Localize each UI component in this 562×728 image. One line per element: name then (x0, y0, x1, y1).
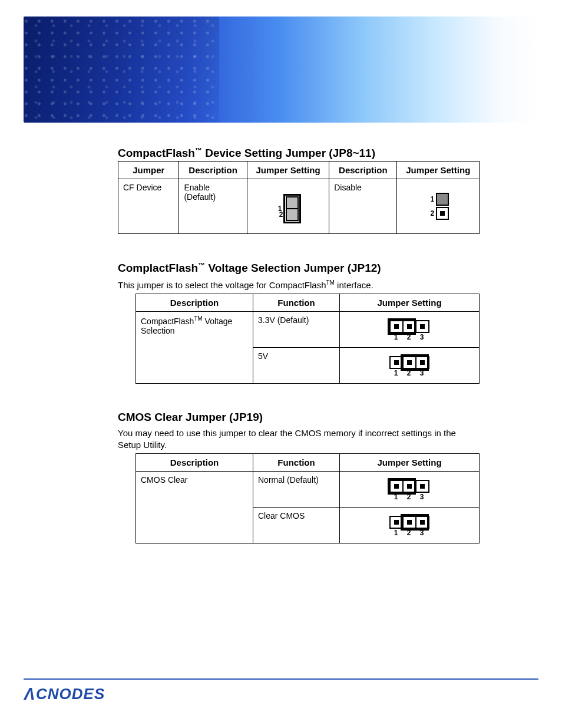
tm-symbol: ™ (198, 261, 205, 269)
section1-title-a: CompactFlash (118, 147, 195, 159)
table-row: CF Device Enable (Default) 1 (118, 179, 480, 234)
col-js1: Jumper Setting (247, 162, 329, 179)
col-desc2: Description (329, 162, 397, 179)
section2-intro: This jumper is to select the voltage for… (118, 279, 480, 291)
table-header-row: Jumper Description Jumper Setting Descri… (118, 162, 480, 179)
pin-label-3: 3 (415, 493, 428, 501)
col-desc1: Description (179, 162, 247, 179)
footer-rule (24, 678, 538, 680)
footer: ΛCNODES (24, 678, 538, 703)
intro-text-b: interface. (335, 280, 373, 290)
section3-title: CMOS Clear Jumper (JP19) (118, 411, 480, 424)
section1-title-b: Device Setting Jumper (JP8~11) (202, 147, 375, 159)
pin-label-3: 3 (415, 333, 428, 341)
col-desc: Description (136, 454, 253, 472)
section2-title: ComplactFlash™ Voltage Selection Jumper … (118, 261, 480, 275)
table-header-row: Description Function Jumper Setting (136, 454, 480, 472)
table-row: CompactFlashTM Voltage Selection 3.3V (D… (136, 311, 480, 347)
pin-label-3: 3 (415, 369, 428, 377)
pin-label-2: 2 (402, 333, 415, 341)
cell-js-33v: 123 (340, 311, 480, 347)
table-header-row: Description Function Jumper Setting (136, 294, 480, 311)
pin-label-1: 1 (427, 195, 434, 203)
cell-js-5v: 123 (340, 347, 480, 383)
col-desc: Description (136, 294, 253, 311)
pin-label-2: 2 (402, 529, 415, 537)
col-jumper: Jumper (118, 162, 179, 179)
brand-logo: ΛCNODES (24, 683, 538, 703)
jumper-diagram-5v: 123 (389, 356, 429, 377)
col-js: Jumper Setting (340, 454, 480, 472)
cell-func: 3.3V (Default) (253, 311, 340, 347)
jumper-diagram-disable: 1 2 (427, 193, 449, 220)
section1-title: CompactFlash™ Device Setting Jumper (JP8… (118, 146, 480, 160)
desc-a: CompactFlash (141, 317, 194, 326)
table-cf-device: Jumper Description Jumper Setting Descri… (118, 161, 480, 234)
table-row: CMOS Clear Normal (Default) 123 (136, 472, 480, 508)
pin-label-1: 1 (389, 529, 402, 537)
pin-label-2: 2 (427, 209, 434, 218)
pin-label-1: 1 (389, 493, 402, 501)
pin-label-2: 2 (276, 210, 283, 219)
jumper-diagram-33v: 123 (389, 320, 429, 341)
section-cmos-clear: CMOS Clear Jumper (JP19) You may need to… (118, 411, 480, 544)
section2-title-b: Voltage Selection Jumper (JP12) (205, 262, 381, 275)
section2-title-a: ComplactFlash (118, 262, 198, 275)
cell-js-normal: 123 (340, 472, 480, 508)
desc-tm: TM (194, 315, 202, 322)
intro-text-a: This jumper is to select the voltage for… (118, 280, 326, 290)
col-func: Function (253, 454, 340, 472)
col-js: Jumper Setting (340, 294, 480, 311)
page: CompactFlash™ Device Setting Jumper (JP8… (0, 17, 562, 728)
pin-label-1: 1 (389, 369, 402, 377)
logo-text: CNODES (36, 685, 105, 703)
pin-label-3: 3 (415, 529, 428, 537)
cell-desc: CompactFlashTM Voltage Selection (136, 311, 253, 383)
cell-jumper: CF Device (118, 179, 179, 234)
table-cmos: Description Function Jumper Setting CMOS… (135, 453, 480, 543)
cell-desc2: Disable (329, 179, 397, 234)
section-cf-device: CompactFlash™ Device Setting Jumper (JP8… (118, 146, 480, 234)
header-banner (24, 17, 538, 123)
section3-intro: You may need to use this jumper to clear… (118, 427, 480, 452)
jumper-diagram-clear: 123 (389, 516, 429, 537)
col-func: Function (253, 294, 340, 311)
pin-label-1: 1 (389, 333, 402, 341)
cell-desc1: Enable (Default) (179, 179, 247, 234)
pin-label-2: 2 (402, 369, 415, 377)
cell-js-enable: 1 2 (247, 179, 329, 234)
pin-label-2: 2 (402, 493, 415, 501)
cell-func: Clear CMOS (253, 508, 340, 543)
intro-tm: TM (326, 279, 334, 286)
cell-func: 5V (253, 347, 340, 383)
tm-symbol: ™ (195, 146, 202, 154)
logo-lambda-icon: Λ (24, 684, 35, 704)
section-cf-voltage: ComplactFlash™ Voltage Selection Jumper … (118, 261, 480, 384)
cell-js-disable: 1 2 (397, 179, 480, 234)
cell-js-clear: 123 (340, 508, 480, 543)
jumper-diagram-enable: 1 2 (275, 194, 301, 219)
col-js2: Jumper Setting (397, 162, 480, 179)
cell-func: Normal (Default) (253, 472, 340, 508)
cell-desc: CMOS Clear (136, 472, 253, 543)
content-area: CompactFlash™ Device Setting Jumper (JP8… (118, 146, 480, 543)
jumper-diagram-normal: 123 (389, 480, 429, 501)
table-cf-voltage: Description Function Jumper Setting Comp… (135, 294, 480, 384)
